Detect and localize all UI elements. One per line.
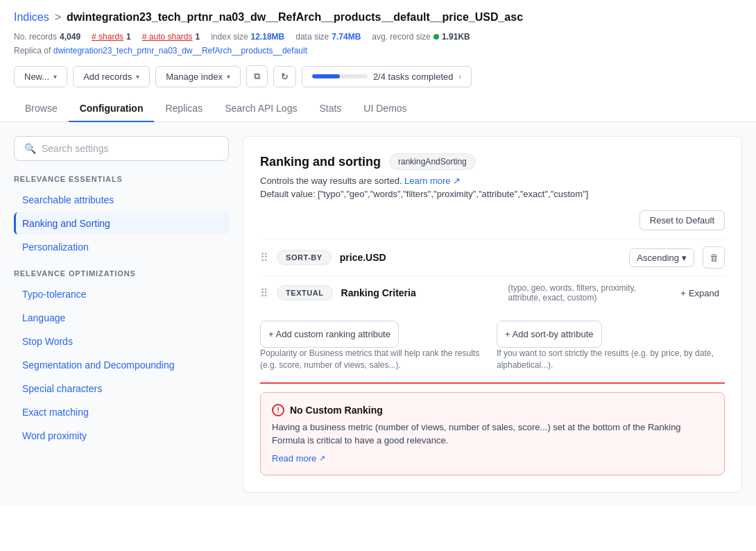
reset-to-default-button[interactable]: Reset to Default bbox=[639, 210, 725, 230]
chevron-down-icon: ▾ bbox=[227, 73, 230, 80]
add-custom-ranking-button[interactable]: + Add custom ranking attribute bbox=[260, 321, 399, 348]
replica-link[interactable]: dwintegration23_tech_prtnr_na03_dw__RefA… bbox=[53, 46, 307, 56]
sidebar-item-segmentation[interactable]: Segmentation and Decompounding bbox=[14, 354, 229, 376]
search-settings-input[interactable] bbox=[42, 143, 218, 154]
ranking-criteria-sub: (typo, geo, words, filters, proximity, a… bbox=[508, 283, 667, 303]
content-default-value: Default value: ["typo","geo","words","fi… bbox=[260, 189, 725, 199]
learn-more-link[interactable]: Learn more ↗ bbox=[404, 176, 461, 186]
tab-replicas[interactable]: Replicas bbox=[154, 96, 214, 122]
sort-by-tag: SORT-BY bbox=[277, 250, 332, 265]
add-sort-section: + Add sort-by attribute If you want to s… bbox=[497, 321, 725, 371]
sort-by-attribute: price.USD bbox=[340, 252, 621, 263]
relevance-essentials-title: RELEVANCE ESSENTIALS bbox=[14, 175, 229, 183]
sidebar: 🔍 RELEVANCE ESSENTIALS Searchable attrib… bbox=[14, 136, 229, 493]
add-sort-desc: If you want to sort strictly the results… bbox=[497, 348, 725, 371]
ranking-criteria-label: Ranking Criteria bbox=[341, 287, 500, 298]
tab-stats[interactable]: Stats bbox=[308, 96, 352, 122]
breadcrumb-separator: > bbox=[55, 11, 61, 24]
tab-browse[interactable]: Browse bbox=[14, 96, 69, 122]
drag-handle-icon[interactable]: ⠿ bbox=[260, 251, 268, 264]
add-custom-desc: Popularity or Business metrics that will… bbox=[260, 348, 488, 371]
red-divider bbox=[260, 382, 725, 384]
refresh-icon: ↻ bbox=[281, 71, 289, 82]
chevron-right-icon: › bbox=[459, 73, 461, 80]
breadcrumb-current-index: dwintegration23_tech_prtnr_na03_dw__RefA… bbox=[67, 11, 523, 24]
content-description: Controls the way results are sorted. Lea… bbox=[260, 176, 725, 186]
refresh-button[interactable]: ↻ bbox=[273, 66, 296, 87]
relevance-optimizations-title: RELEVANCE OPTIMIZATIONS bbox=[14, 269, 229, 278]
plus-icon: + bbox=[680, 288, 686, 298]
tab-ui-demos[interactable]: UI Demos bbox=[352, 96, 418, 122]
warning-icon bbox=[272, 404, 284, 416]
search-icon: 🔍 bbox=[24, 143, 36, 154]
replica-info: Replica of dwintegration23_tech_prtnr_na… bbox=[14, 46, 742, 56]
sidebar-item-personalization[interactable]: Personalization bbox=[14, 236, 229, 258]
expand-button[interactable]: + Expand bbox=[675, 285, 725, 302]
main-content: 🔍 RELEVANCE ESSENTIALS Searchable attrib… bbox=[0, 122, 756, 507]
warning-box: No Custom Ranking Having a business metr… bbox=[260, 392, 725, 475]
tab-bar: Browse Configuration Replicas Search API… bbox=[0, 96, 756, 122]
sidebar-item-exact-matching[interactable]: Exact matching bbox=[14, 401, 229, 423]
ranking-criteria-row: ⠿ TEXTUAL Ranking Criteria (typo, geo, w… bbox=[260, 276, 725, 310]
green-dot-icon bbox=[433, 34, 439, 40]
meta-data-size: data size 7.74MB bbox=[295, 32, 361, 42]
tab-search-api-logs[interactable]: Search API Logs bbox=[214, 96, 308, 122]
sort-order-button[interactable]: Ascending ▾ bbox=[629, 248, 694, 267]
warning-title: No Custom Ranking bbox=[290, 405, 383, 416]
add-custom-section: + Add custom ranking attribute Popularit… bbox=[260, 321, 488, 371]
breadcrumb-indices-link[interactable]: Indices bbox=[14, 11, 49, 24]
copy-button[interactable]: ⧉ bbox=[246, 65, 268, 87]
content-panel: Ranking and sorting rankingAndSorting Co… bbox=[243, 136, 742, 493]
sort-by-row: ⠿ SORT-BY price.USD Ascending ▾ 🗑 bbox=[260, 239, 725, 276]
add-records-button[interactable]: Add records ▾ bbox=[73, 66, 150, 87]
progress-bar-fill bbox=[312, 74, 340, 78]
sidebar-item-word-proximity[interactable]: Word proximity bbox=[14, 425, 229, 447]
tab-configuration[interactable]: Configuration bbox=[69, 96, 155, 122]
warning-body: Having a business metric (number of view… bbox=[272, 421, 713, 448]
meta-records: No. records 4,049 bbox=[14, 32, 80, 42]
copy-icon: ⧉ bbox=[254, 71, 260, 82]
delete-sort-by-button[interactable]: 🗑 bbox=[703, 246, 725, 269]
content-badge: rankingAndSorting bbox=[389, 153, 476, 170]
sidebar-item-special-characters[interactable]: Special characters bbox=[14, 378, 229, 400]
sidebar-item-ranking-and-sorting[interactable]: Ranking and Sorting bbox=[14, 212, 229, 235]
drag-handle-icon[interactable]: ⠿ bbox=[260, 287, 268, 300]
add-buttons-row: + Add custom ranking attribute Popularit… bbox=[260, 321, 725, 371]
sidebar-item-stop-words[interactable]: Stop Words bbox=[14, 330, 229, 353]
search-settings-box: 🔍 bbox=[14, 136, 229, 161]
progress-bar-track bbox=[312, 74, 368, 78]
content-title: Ranking and sorting bbox=[260, 155, 381, 169]
new-button[interactable]: New... ▾ bbox=[14, 66, 67, 87]
trash-icon: 🗑 bbox=[710, 253, 719, 263]
textual-tag: TEXTUAL bbox=[277, 285, 333, 300]
sidebar-item-typo-tolerance[interactable]: Typo-tolerance bbox=[14, 283, 229, 305]
manage-index-button[interactable]: Manage index ▾ bbox=[155, 66, 241, 87]
meta-index-size: index size 12.18MB bbox=[211, 32, 284, 42]
chevron-down-icon: ▾ bbox=[682, 253, 687, 263]
meta-avg-record-size: avg. record size 1.91KB bbox=[372, 32, 470, 42]
chevron-down-icon: ▾ bbox=[136, 73, 139, 80]
add-sort-by-button[interactable]: + Add sort-by attribute bbox=[497, 321, 602, 348]
meta-auto-shards: # auto shards 1 bbox=[142, 32, 200, 42]
external-link-icon: ↗ bbox=[319, 454, 325, 463]
meta-shards: # shards 1 bbox=[92, 32, 131, 42]
tasks-progress-button[interactable]: 2/4 tasks completed › bbox=[302, 66, 472, 87]
sidebar-item-searchable-attributes[interactable]: Searchable attributes bbox=[14, 189, 229, 211]
chevron-down-icon: ▾ bbox=[53, 73, 57, 80]
sidebar-item-language[interactable]: Language bbox=[14, 307, 229, 329]
read-more-link[interactable]: Read more ↗ bbox=[272, 453, 713, 464]
